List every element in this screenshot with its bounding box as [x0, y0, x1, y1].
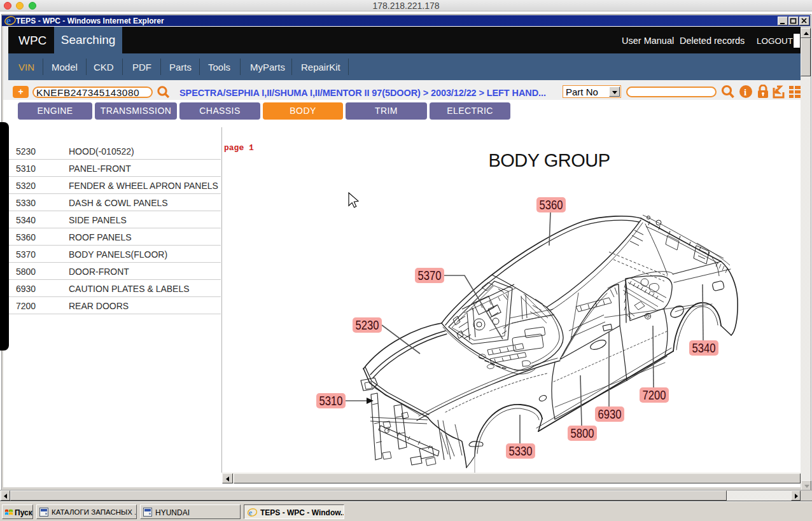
svg-text:5330: 5330 [509, 444, 533, 458]
svg-text:5310: 5310 [319, 394, 343, 408]
svg-text:5340: 5340 [692, 341, 716, 355]
svg-text:7200: 7200 [643, 388, 666, 402]
svg-text:5230: 5230 [356, 318, 379, 332]
svg-text:e: e [249, 508, 253, 517]
svg-text:5360: 5360 [540, 198, 563, 212]
svg-text:5800: 5800 [571, 426, 594, 440]
svg-text:6930: 6930 [598, 407, 622, 421]
svg-text:i: i [744, 87, 746, 97]
svg-text:5370: 5370 [418, 268, 442, 282]
